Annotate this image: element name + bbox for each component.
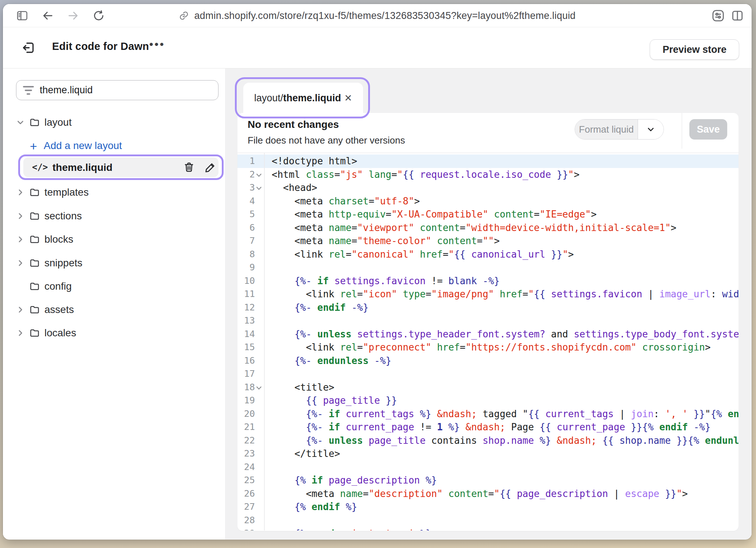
sidebar-item-sections[interactable]: sections: [3, 207, 225, 226]
code-line-21[interactable]: 21 {%- if current_page != 1 %} &ndash; P…: [237, 420, 739, 434]
folder-icon: [29, 304, 40, 317]
code-line-5[interactable]: 5 <meta http-equiv="X-UA-Compatible" con…: [237, 208, 739, 221]
fold-chevron-icon[interactable]: [257, 185, 261, 189]
sidebar-item-layout[interactable]: layout: [3, 113, 225, 132]
code-line-16[interactable]: 16 {%- endunless -%}: [237, 354, 739, 368]
code-line-20[interactable]: 20 {%- if current_tags %} &ndash; tagged…: [237, 407, 739, 421]
line-number: 20: [237, 407, 255, 421]
code-line-7[interactable]: 7 <meta name="theme-color" content="">: [237, 234, 739, 248]
selected-file-row[interactable]: </>theme.liquid: [23, 157, 218, 177]
code-text: <link rel="canonical" href="{{ canonical…: [272, 248, 574, 261]
line-number: 1: [237, 154, 255, 168]
code-editor[interactable]: 1<!doctype html>2<html class="js" lang="…: [237, 153, 739, 531]
sidebar-item-config[interactable]: config: [3, 277, 225, 296]
sidebar-item-locales[interactable]: locales: [3, 324, 225, 342]
code-file-icon: </>: [32, 162, 48, 172]
divider: [682, 113, 682, 149]
code-line-18[interactable]: 18 <title>: [237, 381, 739, 394]
code-line-24[interactable]: 24: [237, 461, 739, 474]
code-line-15[interactable]: 15 <link rel="preconnect" href="https://…: [237, 341, 739, 354]
folder-icon: [29, 258, 40, 270]
format-liquid-button[interactable]: Format liquid: [575, 119, 664, 140]
line-number: 26: [237, 487, 255, 501]
code-line-11[interactable]: 11 <link rel="icon" type="image/png" hre…: [237, 287, 739, 301]
folder-icon: [29, 281, 40, 293]
folder-icon: [29, 211, 40, 223]
code-text: {%- endunless -%}: [272, 354, 391, 368]
code-line-4[interactable]: 4 <meta charset="utf-8">: [237, 195, 739, 208]
file-search[interactable]: [16, 80, 218, 100]
chevron-right-icon[interactable]: [16, 305, 25, 316]
exit-icon: [21, 40, 36, 55]
delete-file-icon[interactable]: [183, 161, 196, 174]
split-view-icon[interactable]: [731, 4, 744, 27]
chevron-down-icon[interactable]: [16, 118, 25, 128]
file-label: theme.liquid: [52, 162, 113, 173]
search-input[interactable]: [40, 85, 212, 96]
sidebar-item-theme-liquid[interactable]: </>theme.liquid: [3, 157, 225, 176]
code-line-26[interactable]: 26 <meta name="description" content="{{ …: [237, 487, 739, 501]
exit-code-editor-button[interactable]: [20, 39, 38, 56]
line-number: 6: [237, 221, 255, 235]
gutter-divider: [264, 153, 265, 531]
code-text: {%- if settings.favicon != blank -%}: [272, 274, 500, 288]
line-number: 14: [237, 328, 255, 341]
code-text: <!doctype html>: [272, 154, 357, 168]
code-text: <meta charset="utf-8">: [272, 195, 420, 208]
fold-chevron-icon[interactable]: [257, 172, 261, 176]
code-text: <meta name="theme-color" content="">: [272, 234, 500, 248]
code-line-22[interactable]: 22 {%- unless page_title contains shop.n…: [237, 434, 739, 447]
rename-file-icon[interactable]: [204, 161, 217, 174]
save-button[interactable]: Save: [689, 119, 727, 140]
folder-label: locales: [44, 327, 76, 339]
browser-settings-icon[interactable]: [711, 4, 725, 27]
format-liquid-dropdown[interactable]: [638, 120, 664, 139]
sidebar-item-blocks[interactable]: blocks: [3, 230, 225, 249]
code-text: {{ page_title }}: [272, 394, 397, 407]
fold-chevron-icon[interactable]: [257, 385, 261, 389]
code-line-10[interactable]: 10 {%- if settings.favicon != blank -%}: [237, 274, 739, 288]
chevron-right-icon[interactable]: [16, 329, 25, 339]
code-line-19[interactable]: 19 {{ page_title }}: [237, 394, 739, 407]
code-line-29[interactable]: 29 {% render 'meta-tags' %}: [237, 527, 739, 531]
editor-main: layout/theme.liquid ✕ No recent changes …: [225, 68, 752, 539]
code-line-6[interactable]: 6 <meta name="viewport" content="width=d…: [237, 221, 739, 235]
line-number: 28: [237, 514, 255, 527]
code-line-9[interactable]: 9: [237, 261, 739, 274]
version-status-title: No recent changes: [248, 119, 339, 130]
address-bar[interactable]: admin.shopify.com/store/rzq1xu-f5/themes…: [3, 4, 752, 27]
code-line-2[interactable]: 2<html class="js" lang="{{ request.local…: [237, 168, 739, 181]
code-text: <link rel="preconnect" href="https://fon…: [272, 341, 710, 354]
code-line-25[interactable]: 25 {% if page_description %}: [237, 474, 739, 487]
code-line-8[interactable]: 8 <link rel="canonical" href="{{ canonic…: [237, 248, 739, 261]
code-line-27[interactable]: 27 {% endif %}: [237, 500, 739, 514]
code-line-12[interactable]: 12 {%- endif -%}: [237, 301, 739, 314]
sidebar-item-snippets[interactable]: snippets: [3, 254, 225, 273]
sidebar-item-assets[interactable]: assets: [3, 300, 225, 319]
chevron-right-icon[interactable]: [16, 235, 25, 245]
line-number: 18: [237, 381, 255, 394]
tab-theme-liquid[interactable]: layout/theme.liquid ✕: [243, 83, 363, 113]
code-line-17[interactable]: 17: [237, 367, 739, 381]
overflow-menu-button[interactable]: •••: [149, 38, 165, 51]
tab-close-icon[interactable]: ✕: [344, 93, 352, 103]
preview-store-button[interactable]: Preview store: [650, 39, 739, 60]
tab-file-name: theme.liquid: [283, 93, 341, 104]
code-line-1[interactable]: 1<!doctype html>: [237, 154, 739, 168]
line-number: 19: [237, 394, 255, 407]
add-new-layout-button[interactable]: +Add a new layout: [3, 136, 225, 155]
chevron-right-icon[interactable]: [16, 188, 25, 198]
folder-label: config: [44, 281, 72, 292]
sidebar-item-templates[interactable]: templates: [3, 183, 225, 202]
page-title: Edit code for Dawn: [52, 40, 149, 52]
code-line-3[interactable]: 3 <head>: [237, 181, 739, 195]
chevron-right-icon[interactable]: [16, 212, 25, 222]
code-line-14[interactable]: 14 {%- unless settings.type_header_font.…: [237, 328, 739, 341]
code-line-13[interactable]: 13: [237, 314, 739, 328]
code-text: </title>: [272, 447, 340, 461]
line-number: 8: [237, 248, 255, 261]
code-line-28[interactable]: 28: [237, 514, 739, 527]
chevron-right-icon[interactable]: [16, 259, 25, 269]
format-liquid-label[interactable]: Format liquid: [575, 120, 638, 139]
code-line-23[interactable]: 23 </title>: [237, 447, 739, 461]
